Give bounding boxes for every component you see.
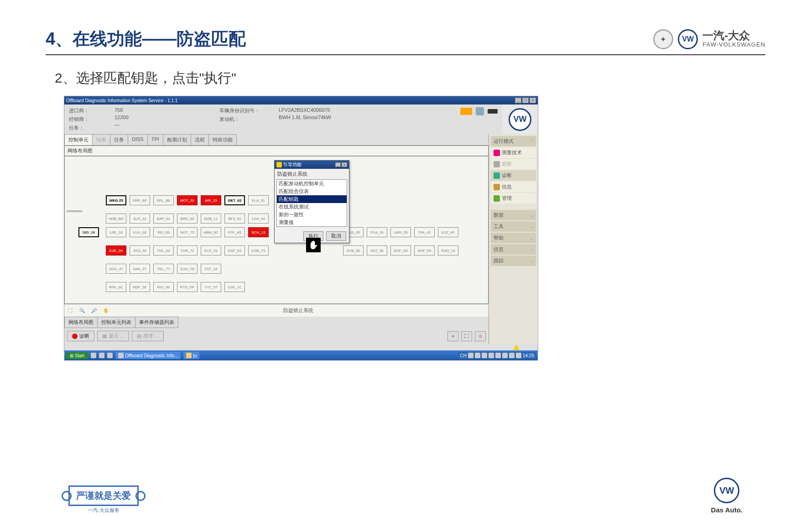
ecu-node[interactable]: RAD_14	[438, 245, 458, 256]
ecu-node[interactable]: SRL_BE	[153, 195, 174, 205]
ecu-node[interactable]: REI_65	[153, 227, 174, 237]
ecu-node[interactable]: EZZ_4F	[438, 227, 458, 237]
ecu-node[interactable]: ESB_73	[248, 245, 269, 256]
ecu-node[interactable]: RTD_DF	[177, 282, 198, 292]
ecu-node[interactable]: EZE_09	[106, 245, 126, 256]
ecu-node[interactable]: SFZ_30	[367, 245, 387, 256]
ecu-node[interactable]: TVT_57	[201, 282, 221, 292]
ecu-node[interactable]: SOF_3D	[390, 245, 411, 256]
ecu-node[interactable]: RFK_6C	[106, 282, 126, 292]
tray-icon[interactable]	[502, 353, 508, 358]
quicklaunch-icon[interactable]	[99, 353, 104, 358]
sidebar-item-refresh[interactable]: 刷新	[491, 159, 536, 169]
did-node[interactable]: DID_19	[78, 227, 99, 237]
ecu-node[interactable]: MOT_01	[177, 195, 198, 205]
ecu-node[interactable]: TEL_77	[153, 264, 174, 274]
popup-item[interactable]: 测量值	[277, 219, 347, 226]
sidebar-mode-header[interactable]: 运行模式⌃	[491, 136, 536, 146]
tray-icon[interactable]	[495, 353, 501, 358]
tray-icon[interactable]	[509, 353, 515, 358]
sidebar-section-help[interactable]: 帮助⌄	[491, 233, 536, 243]
ecu-node[interactable]: PLA_10	[367, 227, 387, 237]
ecu-node[interactable]: LWR_55	[390, 227, 411, 237]
ecu-node[interactable]: FFF_A5	[224, 227, 245, 237]
tray-icon[interactable]	[516, 353, 521, 358]
ecu-node[interactable]: ZKS_46	[130, 245, 150, 256]
tab-tpi[interactable]: TPI	[147, 134, 163, 145]
sidebar-item-diagnose[interactable]: 诊断	[491, 170, 536, 181]
sidebar-section-tools[interactable]: 工具⌄	[491, 221, 536, 232]
diagnose-button[interactable]: 诊断	[67, 331, 94, 341]
ecu-node[interactable]: ELA_51	[248, 195, 269, 205]
ecu-node[interactable]: SCH_13	[248, 227, 269, 237]
ecu-node[interactable]: AHF_69	[414, 245, 435, 256]
tab-result[interactable]: 结果	[92, 134, 110, 145]
cancel-button[interactable]: 取消	[326, 231, 346, 241]
ecu-node[interactable]: KLH_08	[130, 227, 150, 237]
tab-test-plan[interactable]: 检测计划	[163, 134, 191, 145]
zoom-in-icon[interactable]: 🔍	[78, 307, 86, 315]
minimize-button[interactable]: _	[515, 98, 521, 103]
sidebar-section-data[interactable]: 数据⌄	[491, 210, 536, 220]
cancel-round-button[interactable]: ⦸	[475, 331, 486, 341]
quicklaunch-icon[interactable]	[91, 353, 96, 358]
ecu-node[interactable]: LGK_1C	[224, 282, 245, 292]
ecu-node[interactable]: ESF_63	[224, 245, 245, 256]
ecu-node[interactable]: HDB_BD	[106, 214, 126, 224]
popup-item[interactable]: 匹配组合仪表	[277, 188, 347, 195]
popup-item-selected[interactable]: 匹配钥匙	[277, 195, 347, 203]
quicklaunch-icon[interactable]	[107, 353, 113, 358]
btab-event-list[interactable]: 事件存储器列表	[135, 317, 178, 328]
btab-unit-list[interactable]: 控制单元列表	[97, 317, 135, 328]
next-button[interactable]: »	[447, 331, 458, 341]
ecu-node[interactable]: BAP_01	[153, 214, 174, 224]
popup-item[interactable]: 匹配发动机控制单元	[277, 180, 347, 188]
tab-task[interactable]: 任务	[110, 134, 128, 145]
ecu-node[interactable]: TFA_42	[414, 227, 435, 237]
sidebar-section-info[interactable]: 信息⌄	[491, 244, 536, 255]
maximize-button[interactable]: □	[522, 98, 529, 103]
zoom-out-icon[interactable]: 🔎	[90, 307, 98, 315]
ecu-node[interactable]: GET_02	[224, 195, 245, 205]
ecu-node[interactable]: ZST_16	[201, 264, 221, 274]
tab-process[interactable]: 流程	[191, 134, 209, 145]
popup-minimize-button[interactable]: _	[335, 162, 341, 167]
ecu-node[interactable]: AIR_15	[201, 195, 221, 205]
ecu-node[interactable]: M3P_2E	[130, 282, 150, 292]
btab-layout[interactable]: 网络布局图	[64, 317, 98, 328]
ecu-node[interactable]: ALR_22	[130, 214, 150, 224]
sidebar-item-info[interactable]: 信息	[491, 182, 536, 192]
taskbar-folder[interactable]: tu	[183, 352, 199, 359]
ecu-node[interactable]: SOU_47	[106, 264, 126, 274]
ecu-node[interactable]: BRE_03	[177, 214, 198, 224]
ecu-node[interactable]: RIO_56	[153, 282, 174, 292]
lang-indicator[interactable]: CH	[460, 353, 467, 358]
pan-icon[interactable]: ✋	[102, 307, 110, 315]
ecu-node[interactable]: THL_62	[153, 245, 174, 256]
tray-icon[interactable]	[489, 353, 494, 358]
ecu-node[interactable]: THR_72	[177, 245, 198, 256]
tray-icon[interactable]	[475, 353, 480, 358]
popup-close-button[interactable]: ×	[342, 162, 347, 167]
display-button[interactable]: ▦ 显示 ...	[97, 331, 129, 341]
ecu-node[interactable]: HBM_8C	[201, 227, 221, 237]
tray-icon[interactable]	[482, 353, 487, 358]
sort-button[interactable]: ▤ 排序 ...	[132, 331, 164, 341]
fit-icon[interactable]: ⛶	[66, 307, 74, 315]
ecu-node[interactable]: SRR_BF	[130, 195, 150, 205]
ecu-node[interactable]: LRE_16	[106, 227, 126, 237]
ecu-node[interactable]: BF3_53	[224, 214, 245, 224]
start-button[interactable]: ⊞Start	[66, 352, 88, 359]
ecu-node[interactable]: M2B_11	[201, 214, 221, 224]
popup-item[interactable]: 在线系统测试	[277, 203, 347, 211]
sidebar-item-measure[interactable]: 测量技术	[491, 147, 536, 158]
tab-control-unit[interactable]: 控制单元	[64, 134, 93, 145]
ecu-node[interactable]: LKH_44	[248, 214, 269, 224]
tab-special[interactable]: 特殊功能	[208, 134, 237, 145]
tab-diss[interactable]: DISS	[128, 134, 148, 145]
ecu-node[interactable]: NOT_75	[177, 227, 198, 237]
sidebar-section-track[interactable]: 跟踪⌄	[491, 256, 536, 266]
ecu-node[interactable]: ELD_26	[201, 245, 221, 256]
sidebar-item-manage[interactable]: 管理	[491, 193, 536, 203]
ecu-node[interactable]: NAV_37	[130, 264, 150, 274]
